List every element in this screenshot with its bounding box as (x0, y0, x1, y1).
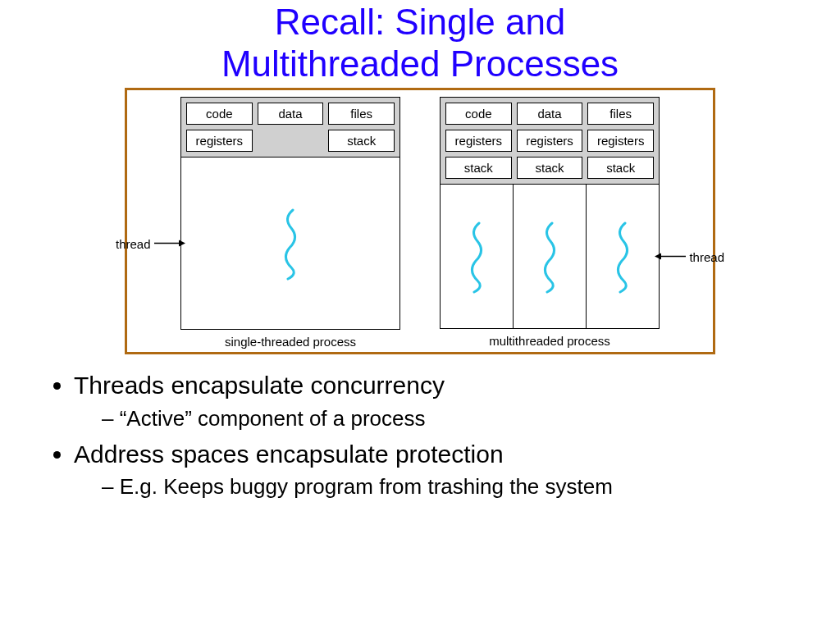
bullet-2: Address spaces encapsulate protection E.… (74, 438, 807, 502)
thread-wavy-icon (537, 220, 562, 294)
box-registers-3: registers (587, 130, 654, 152)
multi-thread-col-2 (513, 185, 586, 328)
single-shared-area: code data files registers stack (181, 98, 399, 157)
box-data: data (258, 103, 324, 125)
single-caption: single-threaded process (225, 335, 356, 349)
box-empty (258, 130, 324, 152)
single-thread-area: thread (181, 157, 399, 329)
thread-wavy-icon (464, 220, 489, 294)
bullet-1a: “Active” component of a process (102, 404, 807, 433)
multi-caption: multithreaded process (489, 334, 610, 348)
box-data: data (517, 103, 583, 125)
thread-label-left: thread (116, 236, 185, 250)
bullet-2-text: Address spaces encapsulate protection (74, 441, 504, 468)
box-stack-2: stack (517, 157, 583, 179)
multithreaded-process: code data files registers registers regi… (440, 97, 660, 348)
title-line1: Recall: Single and (275, 2, 566, 42)
title-line2: Multithreaded Processes (221, 43, 619, 84)
single-threaded-process: code data files registers stack thread (180, 97, 400, 349)
box-code: code (186, 103, 253, 125)
bullet-list: Threads encapsulate concurrency “Active”… (74, 369, 807, 501)
multi-thread-col-1 (441, 185, 513, 328)
thread-wavy-icon (278, 207, 303, 281)
thread-label-right: thread (655, 249, 724, 263)
arrow-right-icon (154, 238, 185, 249)
box-stack-3: stack (587, 157, 654, 179)
box-code: code (445, 103, 512, 125)
box-registers: registers (186, 130, 253, 152)
box-registers-2: registers (517, 130, 583, 152)
single-thread-col: thread (181, 158, 399, 329)
box-stack-1: stack (445, 157, 512, 179)
box-files: files (587, 103, 654, 125)
box-stack: stack (328, 130, 395, 152)
multi-thread-col-3: thread (586, 185, 659, 328)
thread-text: thread (116, 236, 151, 250)
arrow-left-icon (655, 251, 686, 262)
bullet-1: Threads encapsulate concurrency “Active”… (74, 369, 807, 433)
thread-wavy-icon (610, 220, 635, 294)
multi-thread-area: thread (441, 184, 659, 328)
box-files: files (328, 103, 395, 125)
thread-text: thread (689, 249, 724, 263)
box-registers-1: registers (445, 130, 512, 152)
bullet-2a: E.g. Keeps buggy program from trashing t… (102, 472, 807, 501)
svg-marker-1 (179, 240, 185, 247)
bullet-1-text: Threads encapsulate concurrency (74, 372, 445, 399)
multi-shared-area: code data files registers registers regi… (441, 98, 659, 184)
diagram-container: code data files registers stack thread (125, 88, 715, 354)
svg-marker-3 (655, 253, 661, 260)
slide-title: Recall: Single and Multithreaded Process… (0, 0, 840, 84)
